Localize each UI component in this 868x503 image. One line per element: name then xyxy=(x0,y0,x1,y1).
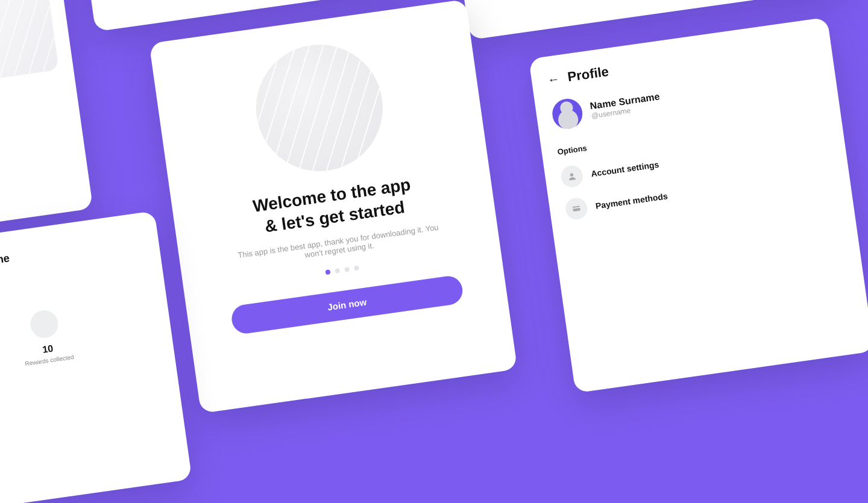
pager-dot[interactable] xyxy=(354,265,359,270)
card-icon xyxy=(564,196,589,221)
workouts-card: ts this week! completed ‹ › ★ 4.9 xyxy=(0,0,93,244)
option-label: Account settings xyxy=(590,159,659,178)
metric-icon xyxy=(29,308,60,340)
beginners-author: s Izo xyxy=(0,96,64,137)
pager-dots xyxy=(325,265,359,275)
pager-dot[interactable] xyxy=(335,267,340,273)
avatar xyxy=(550,96,584,130)
join-now-button[interactable]: Join now xyxy=(230,274,464,335)
hero-image xyxy=(248,36,391,179)
pager-dot[interactable] xyxy=(344,266,350,272)
welcome-card: Welcome to the app & let's get started T… xyxy=(149,0,517,413)
stats-profile-card: Name Surname @username Statistics 100 10… xyxy=(0,210,192,503)
page-title: Profile xyxy=(567,63,609,84)
user-icon xyxy=(559,164,584,189)
metric-item: 10 Rewards collected xyxy=(18,307,74,367)
metric-value: 10 xyxy=(42,343,54,355)
metric-label: Rewards collected xyxy=(25,353,74,366)
svg-point-16 xyxy=(570,173,573,177)
profile-card: ← Profile Name Surname @username Options… xyxy=(529,17,868,393)
profile-username: @username xyxy=(0,264,11,283)
pager-dot[interactable] xyxy=(325,269,330,275)
option-label: Payment methods xyxy=(595,191,668,211)
back-arrow-icon[interactable]: ← xyxy=(547,71,561,87)
featured-level: um xyxy=(0,6,42,44)
